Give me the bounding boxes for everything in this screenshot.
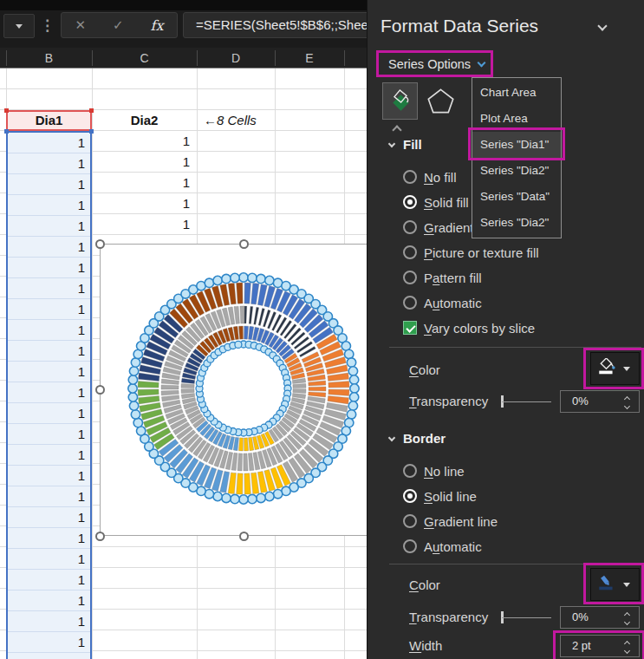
doughnut-segment[interactable]: [288, 328, 302, 342]
doughnut-segment[interactable]: [244, 473, 251, 494]
fill-transparency-input[interactable]: 0%: [560, 390, 640, 413]
doughnut-segment[interactable]: [248, 453, 254, 470]
selection-handle-bead[interactable]: [347, 410, 355, 419]
doughnut-segment[interactable]: [258, 309, 264, 326]
cell-c-value[interactable]: 1: [92, 193, 197, 214]
selection-handle-bead[interactable]: [213, 276, 222, 284]
spin-down-icon[interactable]: [624, 648, 630, 654]
cell-b-value[interactable]: 1: [8, 382, 90, 403]
selection-handle-bead[interactable]: [129, 401, 138, 410]
transparency-slider-track[interactable]: [502, 617, 551, 618]
cell-b-value[interactable]: 1: [8, 153, 90, 174]
doughnut-segment[interactable]: [234, 306, 239, 323]
doughnut-segment[interactable]: [237, 453, 243, 471]
doughnut-segment[interactable]: [309, 381, 326, 386]
selection-handle-bead[interactable]: [239, 273, 248, 282]
option-solid-line[interactable]: Solid line: [403, 487, 477, 505]
doughnut-segment[interactable]: [139, 396, 160, 404]
selection-handle-bead[interactable]: [349, 393, 358, 401]
border-section-header[interactable]: Border: [389, 431, 446, 446]
panel-collapse-chevron-icon[interactable]: [597, 21, 607, 30]
dropdown-item[interactable]: Plot Area: [472, 106, 561, 132]
tab-fill-and-line[interactable]: [382, 82, 418, 120]
doughnut-segment[interactable]: [328, 396, 349, 404]
chart-resize-handle[interactable]: [95, 239, 105, 249]
dropdown-item[interactable]: Series "Dia2": [472, 158, 561, 184]
border-color-button[interactable]: [590, 568, 640, 601]
cell-b-value[interactable]: 1: [8, 237, 90, 258]
selection-handle-bead[interactable]: [133, 418, 142, 427]
dropdown-item[interactable]: Chart Area: [472, 80, 561, 106]
doughnut-segment[interactable]: [240, 306, 244, 323]
selection-handle-bead[interactable]: [239, 495, 248, 504]
fill-section-header[interactable]: Fill: [389, 137, 422, 152]
cell-b-value[interactable]: 1: [8, 403, 90, 424]
cell-b-value[interactable]: 1: [8, 486, 90, 507]
dropdown-item[interactable]: Series "Data": [472, 184, 561, 210]
dropdown-item[interactable]: Series "Dia1": [472, 132, 561, 158]
doughnut-segment[interactable]: [138, 382, 159, 388]
chart-resize-handle[interactable]: [95, 532, 105, 541]
doughnut-segment[interactable]: [244, 283, 251, 303]
cell-b-value[interactable]: 1: [8, 278, 90, 299]
option-picture-or-texture-fill[interactable]: Picture or texture fill: [403, 244, 539, 261]
radio-icon[interactable]: [403, 514, 417, 528]
doughnut-segment[interactable]: [161, 379, 179, 384]
cell-b-value[interactable]: 1: [8, 632, 90, 653]
radio-icon[interactable]: [403, 489, 417, 503]
chart-resize-handle[interactable]: [95, 385, 105, 395]
radio-icon[interactable]: [403, 539, 417, 553]
vary-colors-checkbox[interactable]: Vary colors by slice: [403, 319, 535, 336]
chart-object[interactable]: [100, 244, 394, 536]
chart-resize-handle[interactable]: [239, 239, 249, 249]
name-box-dropdown[interactable]: [3, 14, 35, 38]
selected-series-name-cell[interactable]: Dia1: [6, 110, 92, 131]
selection-handle-bead[interactable]: [205, 278, 213, 287]
selected-series-values-range[interactable]: 1111111111111111111111111: [6, 131, 92, 659]
doughnut-segment[interactable]: [309, 392, 326, 397]
doughnut-segment[interactable]: [244, 453, 248, 471]
cancel-icon[interactable]: ✕: [75, 17, 86, 33]
series-options-dropdown[interactable]: Series Options: [376, 50, 493, 77]
selection-handle-bead[interactable]: [131, 358, 140, 367]
selection-handle[interactable]: [4, 108, 9, 113]
selection-handle[interactable]: [89, 129, 94, 134]
chart-resize-handle[interactable]: [239, 532, 249, 541]
option-no-line[interactable]: No line: [403, 462, 465, 480]
cell-c-value[interactable]: 1: [92, 152, 197, 173]
doughnut-segment[interactable]: [237, 473, 244, 494]
chart-elements-dropdown[interactable]: Chart AreaPlot AreaSeries "Dia1"Series "…: [472, 77, 562, 238]
column-header-E[interactable]: E: [305, 48, 313, 69]
cell-b-value[interactable]: 1: [8, 174, 90, 195]
column-headers[interactable]: BCDE: [0, 48, 367, 69]
cell-b-value[interactable]: 1: [8, 133, 90, 153]
spin-up-icon[interactable]: [624, 641, 630, 647]
selection-handle-bead[interactable]: [345, 349, 354, 358]
doughnut-segment[interactable]: [181, 383, 194, 388]
doughnut-segment[interactable]: [249, 306, 253, 323]
selection-handle-bead[interactable]: [231, 494, 239, 503]
column-header-B[interactable]: B: [45, 48, 53, 69]
doughnut-segment[interactable]: [251, 284, 259, 305]
selection-handle-bead[interactable]: [347, 358, 355, 367]
selection-handle-bead[interactable]: [265, 492, 274, 500]
doughnut-segment[interactable]: [254, 307, 259, 324]
border-transparency-input[interactable]: 0%: [560, 606, 640, 629]
doughnut-segment[interactable]: [329, 389, 349, 396]
option-automatic[interactable]: Automatic: [403, 538, 482, 555]
selection-handle-bead[interactable]: [273, 490, 282, 499]
option-solid-fill[interactable]: Solid fill: [403, 193, 469, 211]
selection-handle-bead[interactable]: [231, 273, 239, 282]
doughnut-segment[interactable]: [293, 383, 306, 388]
checkbox-checked-icon[interactable]: [403, 321, 417, 335]
dropdown-item[interactable]: Series "Dia2": [472, 210, 561, 236]
doughnut-segment[interactable]: [244, 438, 249, 451]
doughnut-segment[interactable]: [328, 373, 349, 381]
cell-c-value[interactable]: 1: [92, 173, 197, 193]
tab-effects[interactable]: [426, 86, 456, 116]
doughnut-segment[interactable]: [309, 387, 326, 391]
radio-icon[interactable]: [403, 220, 417, 234]
radio-icon[interactable]: [403, 464, 417, 478]
doughnut-segment[interactable]: [228, 284, 236, 305]
selection-handle-bead[interactable]: [213, 492, 222, 500]
